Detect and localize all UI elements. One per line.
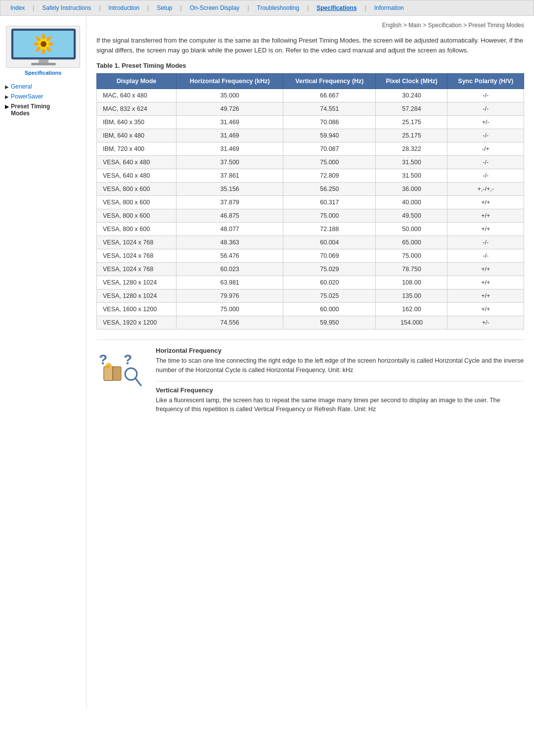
cell-value: -/+ — [447, 142, 524, 156]
nav-index[interactable]: Index — [6, 3, 29, 12]
info-separator — [156, 381, 524, 381]
cell-value: 60.020 — [283, 276, 376, 289]
cell-display-mode: VESA, 1600 x 1200 — [97, 303, 177, 316]
cell-value: 75.025 — [283, 289, 376, 303]
nav-osd[interactable]: On-Screen Display — [186, 3, 244, 12]
cell-display-mode: MAC, 640 x 480 — [97, 89, 177, 102]
cell-value: 50.000 — [376, 223, 447, 236]
cell-value: -/- — [447, 102, 524, 116]
cell-value: 75.000 — [283, 156, 376, 169]
cell-value: -/- — [447, 236, 524, 249]
info-hfreq-title: Horizontal Frequency — [156, 347, 524, 354]
sidebar-item-preset-timing[interactable]: ▶ Preset TimingModes — [0, 101, 86, 118]
table-row: IBM, 640 x 35031.46970.08625.175+/- — [97, 116, 524, 129]
sidebar-label-preset-timing: Preset TimingModes — [11, 103, 50, 117]
arrow-icon: ▶ — [5, 104, 9, 109]
cell-value: +/+ — [447, 263, 524, 276]
cell-value: 135.00 — [376, 289, 447, 303]
cell-value: +/- — [447, 116, 524, 129]
sidebar-logo-label: Specifications — [0, 70, 86, 76]
cell-value: 49.726 — [177, 102, 283, 116]
nav-safety[interactable]: Safety Instructions — [38, 3, 95, 12]
cell-value: +/+ — [447, 209, 524, 223]
cell-value: 60.317 — [283, 196, 376, 209]
col-header-pixel-clock: Pixel Clock (MHz) — [376, 74, 447, 89]
cell-value: 60.023 — [177, 263, 283, 276]
main-content: English > Main > Specification > Preset … — [87, 16, 534, 709]
info-texts: Horizontal Frequency The time to scan on… — [156, 347, 524, 420]
cell-value: +/- — [447, 316, 524, 330]
cell-value: 66.667 — [283, 89, 376, 102]
nav-troubleshooting[interactable]: Troubleshooting — [253, 3, 304, 12]
nav-information[interactable]: Information — [370, 3, 408, 12]
cell-value: 70.087 — [283, 142, 376, 156]
table-row: VESA, 1600 x 120075.00060.000162.00+/+ — [97, 303, 524, 316]
cell-value: 79.976 — [177, 289, 283, 303]
table-row: VESA, 800 x 60037.87960.31740.000+/+ — [97, 196, 524, 209]
sidebar-link-general[interactable]: General — [11, 83, 32, 90]
cell-value: 31.500 — [376, 156, 447, 169]
cell-display-mode: VESA, 1280 x 1024 — [97, 276, 177, 289]
svg-rect-12 — [39, 59, 48, 63]
cell-value: 75.000 — [376, 249, 447, 263]
cell-display-mode: VESA, 1024 x 768 — [97, 263, 177, 276]
cell-display-mode: VESA, 800 x 600 — [97, 223, 177, 236]
cell-value: -/- — [447, 129, 524, 142]
cell-value: 31.469 — [177, 116, 283, 129]
cell-value: 70.086 — [283, 116, 376, 129]
cell-value: 35.000 — [177, 89, 283, 102]
cell-value: 75.029 — [283, 263, 376, 276]
cell-display-mode: VESA, 800 x 600 — [97, 209, 177, 223]
cell-value: 37.879 — [177, 196, 283, 209]
cell-value: 74.556 — [177, 316, 283, 330]
svg-rect-13 — [31, 63, 56, 65]
svg-text:?: ? — [124, 352, 132, 367]
cell-value: 60.000 — [283, 303, 376, 316]
cell-value: 25.175 — [376, 129, 447, 142]
info-block-hfreq: Horizontal Frequency The time to scan on… — [156, 347, 524, 375]
cell-value: 72.809 — [283, 169, 376, 183]
cell-value: 25.175 — [376, 116, 447, 129]
nav-specifications[interactable]: Specifications — [312, 3, 360, 12]
table-row: VESA, 640 x 48037.50075.00031.500-/- — [97, 156, 524, 169]
col-header-h-freq: Horizontal Frequency (kHz) — [177, 74, 283, 89]
sidebar-item-general[interactable]: ▶ General — [0, 82, 86, 92]
cell-display-mode: VESA, 800 x 600 — [97, 196, 177, 209]
info-vfreq-text: Like a fluorescent lamp, the screen has … — [156, 396, 524, 415]
table-row: VESA, 1024 x 76848.36360.00465.000-/- — [97, 236, 524, 249]
cell-value: +/+ — [447, 289, 524, 303]
cell-value: +,-/+,- — [447, 183, 524, 196]
table-row: VESA, 640 x 48037.86172.80931.500-/- — [97, 169, 524, 183]
info-vfreq-title: Vertical Frequency — [156, 386, 524, 394]
sidebar-item-powersaver[interactable]: ▶ PowerSaver — [0, 92, 86, 101]
svg-text:😊: 😊 — [105, 363, 111, 369]
col-header-display-mode: Display Mode — [97, 74, 177, 89]
cell-value: 74.551 — [283, 102, 376, 116]
nav-introduction[interactable]: Introduction — [104, 3, 143, 12]
svg-line-20 — [135, 378, 141, 385]
cell-value: 108.00 — [376, 276, 447, 289]
cell-value: 72.188 — [283, 223, 376, 236]
cell-value: 30.240 — [376, 89, 447, 102]
cell-display-mode: VESA, 640 x 480 — [97, 169, 177, 183]
nav-setup[interactable]: Setup — [153, 3, 176, 12]
cell-value: 162.00 — [376, 303, 447, 316]
cell-value: 63.981 — [177, 276, 283, 289]
cell-display-mode: VESA, 1024 x 768 — [97, 249, 177, 263]
cell-value: +/+ — [447, 303, 524, 316]
table-row: VESA, 800 x 60035.15656.25036.000+,-/+,- — [97, 183, 524, 196]
cell-value: 75.000 — [177, 303, 283, 316]
cell-value: 36.000 — [376, 183, 447, 196]
cell-value: 48.077 — [177, 223, 283, 236]
top-navigation: Index | Safety Instructions | Introducti… — [0, 0, 534, 16]
cell-value: -/- — [447, 249, 524, 263]
table-row: IBM, 640 x 48031.46959.94025.175-/- — [97, 129, 524, 142]
table-row: MAC, 832 x 62449.72674.55157.284-/- — [97, 102, 524, 116]
table-row: VESA, 800 x 60048.07772.18850.000+/+ — [97, 223, 524, 236]
sidebar-link-powersaver[interactable]: PowerSaver — [11, 93, 43, 100]
cell-value: +/+ — [447, 223, 524, 236]
info-image: ? ? 😊 — [96, 347, 146, 391]
timing-table: Display Mode Horizontal Frequency (kHz) … — [96, 73, 524, 330]
cell-value: 70.069 — [283, 249, 376, 263]
table-title: Table 1. Preset Timing Modes — [96, 62, 524, 69]
